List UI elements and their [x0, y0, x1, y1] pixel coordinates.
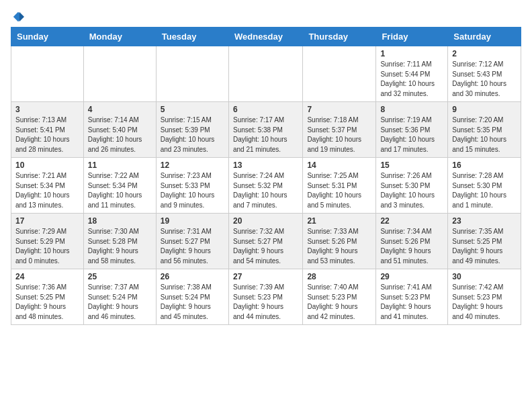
- day-number: 14: [307, 161, 371, 170]
- week-row-2: 3Sunrise: 7:13 AM Sunset: 5:41 PM Daylig…: [11, 102, 521, 158]
- svg-marker-1: [19, 12, 24, 21]
- day-number: 15: [380, 161, 443, 170]
- calendar-cell: 18Sunrise: 7:30 AM Sunset: 5:28 PM Dayli…: [83, 214, 156, 269]
- header-day-monday: Monday: [83, 28, 156, 46]
- day-number: 16: [452, 161, 517, 170]
- day-number: 18: [88, 216, 152, 226]
- day-number: 23: [452, 216, 517, 226]
- day-info: Sunrise: 7:17 AM Sunset: 5:38 PM Dayligh…: [233, 116, 298, 154]
- day-info: Sunrise: 7:41 AM Sunset: 5:23 PM Dayligh…: [380, 283, 443, 322]
- day-number: 1: [380, 49, 443, 58]
- day-number: 4: [88, 105, 152, 114]
- calendar-cell: 1Sunrise: 7:11 AM Sunset: 5:44 PM Daylig…: [376, 46, 448, 102]
- day-number: 9: [452, 105, 517, 114]
- calendar-cell: 24Sunrise: 7:36 AM Sunset: 5:25 PM Dayli…: [11, 269, 84, 325]
- week-row-1: 1Sunrise: 7:11 AM Sunset: 5:44 PM Daylig…: [11, 46, 521, 102]
- calendar-cell: 22Sunrise: 7:34 AM Sunset: 5:26 PM Dayli…: [376, 214, 448, 269]
- day-number: 7: [307, 105, 371, 114]
- header: [11, 11, 521, 21]
- calendar-cell: 20Sunrise: 7:32 AM Sunset: 5:27 PM Dayli…: [228, 214, 302, 269]
- calendar-cell: 5Sunrise: 7:15 AM Sunset: 5:39 PM Daylig…: [156, 102, 228, 158]
- day-info: Sunrise: 7:42 AM Sunset: 5:23 PM Dayligh…: [452, 283, 517, 322]
- calendar-cell: 19Sunrise: 7:31 AM Sunset: 5:27 PM Dayli…: [156, 214, 228, 269]
- day-info: Sunrise: 7:29 AM Sunset: 5:29 PM Dayligh…: [15, 227, 79, 266]
- day-info: Sunrise: 7:14 AM Sunset: 5:40 PM Dayligh…: [88, 116, 152, 154]
- day-info: Sunrise: 7:13 AM Sunset: 5:41 PM Dayligh…: [15, 116, 79, 154]
- calendar-cell: 2Sunrise: 7:12 AM Sunset: 5:43 PM Daylig…: [448, 46, 521, 102]
- day-number: 24: [15, 272, 79, 281]
- calendar-cell: 9Sunrise: 7:20 AM Sunset: 5:35 PM Daylig…: [448, 102, 521, 158]
- day-number: 8: [380, 105, 443, 114]
- day-number: 28: [307, 272, 371, 281]
- calendar-cell: 8Sunrise: 7:19 AM Sunset: 5:36 PM Daylig…: [376, 102, 448, 158]
- day-info: Sunrise: 7:19 AM Sunset: 5:36 PM Dayligh…: [380, 116, 443, 154]
- day-number: 17: [15, 216, 79, 226]
- calendar-cell: 12Sunrise: 7:23 AM Sunset: 5:33 PM Dayli…: [156, 158, 228, 214]
- day-info: Sunrise: 7:37 AM Sunset: 5:24 PM Dayligh…: [88, 283, 152, 322]
- header-day-friday: Friday: [376, 28, 448, 46]
- calendar-cell: 3Sunrise: 7:13 AM Sunset: 5:41 PM Daylig…: [11, 102, 84, 158]
- week-row-3: 10Sunrise: 7:21 AM Sunset: 5:34 PM Dayli…: [11, 158, 521, 214]
- day-info: Sunrise: 7:11 AM Sunset: 5:44 PM Dayligh…: [380, 60, 443, 99]
- calendar-cell: [303, 46, 376, 102]
- day-number: 26: [161, 272, 224, 281]
- day-info: Sunrise: 7:21 AM Sunset: 5:34 PM Dayligh…: [15, 171, 79, 210]
- day-info: Sunrise: 7:34 AM Sunset: 5:26 PM Dayligh…: [380, 227, 443, 266]
- day-info: Sunrise: 7:23 AM Sunset: 5:33 PM Dayligh…: [161, 171, 224, 210]
- calendar-header-row: SundayMondayTuesdayWednesdayThursdayFrid…: [11, 28, 521, 46]
- day-number: 2: [452, 49, 517, 58]
- calendar-cell: 30Sunrise: 7:42 AM Sunset: 5:23 PM Dayli…: [448, 269, 521, 325]
- day-info: Sunrise: 7:25 AM Sunset: 5:31 PM Dayligh…: [307, 171, 371, 210]
- day-info: Sunrise: 7:26 AM Sunset: 5:30 PM Dayligh…: [380, 171, 443, 210]
- calendar-cell: [83, 46, 156, 102]
- page: SundayMondayTuesdayWednesdayThursdayFrid…: [0, 0, 532, 411]
- calendar-cell: 25Sunrise: 7:37 AM Sunset: 5:24 PM Dayli…: [83, 269, 156, 325]
- day-number: 20: [233, 216, 298, 226]
- day-number: 19: [161, 216, 224, 226]
- calendar-cell: [228, 46, 302, 102]
- calendar-cell: 16Sunrise: 7:28 AM Sunset: 5:30 PM Dayli…: [448, 158, 521, 214]
- day-info: Sunrise: 7:18 AM Sunset: 5:37 PM Dayligh…: [307, 116, 371, 154]
- day-number: 3: [15, 105, 79, 114]
- day-info: Sunrise: 7:20 AM Sunset: 5:35 PM Dayligh…: [452, 116, 517, 154]
- day-info: Sunrise: 7:31 AM Sunset: 5:27 PM Dayligh…: [161, 227, 224, 266]
- calendar-cell: 6Sunrise: 7:17 AM Sunset: 5:38 PM Daylig…: [228, 102, 302, 158]
- week-row-4: 17Sunrise: 7:29 AM Sunset: 5:29 PM Dayli…: [11, 214, 521, 269]
- day-number: 22: [380, 216, 443, 226]
- calendar-cell: 27Sunrise: 7:39 AM Sunset: 5:23 PM Dayli…: [228, 269, 302, 325]
- calendar-cell: 15Sunrise: 7:26 AM Sunset: 5:30 PM Dayli…: [376, 158, 448, 214]
- calendar-cell: [11, 46, 84, 102]
- calendar-cell: 7Sunrise: 7:18 AM Sunset: 5:37 PM Daylig…: [303, 102, 376, 158]
- day-number: 29: [380, 272, 443, 281]
- day-info: Sunrise: 7:22 AM Sunset: 5:34 PM Dayligh…: [88, 171, 152, 210]
- day-info: Sunrise: 7:35 AM Sunset: 5:25 PM Dayligh…: [452, 227, 517, 266]
- day-info: Sunrise: 7:15 AM Sunset: 5:39 PM Dayligh…: [161, 116, 224, 154]
- day-info: Sunrise: 7:38 AM Sunset: 5:24 PM Dayligh…: [161, 283, 224, 322]
- calendar-cell: 14Sunrise: 7:25 AM Sunset: 5:31 PM Dayli…: [303, 158, 376, 214]
- day-number: 11: [88, 161, 152, 170]
- day-number: 30: [452, 272, 517, 281]
- day-info: Sunrise: 7:12 AM Sunset: 5:43 PM Dayligh…: [452, 60, 517, 99]
- day-number: 21: [307, 216, 371, 226]
- day-number: 10: [15, 161, 79, 170]
- day-info: Sunrise: 7:39 AM Sunset: 5:23 PM Dayligh…: [233, 283, 298, 322]
- day-info: Sunrise: 7:33 AM Sunset: 5:26 PM Dayligh…: [307, 227, 371, 266]
- calendar-cell: 13Sunrise: 7:24 AM Sunset: 5:32 PM Dayli…: [228, 158, 302, 214]
- day-info: Sunrise: 7:40 AM Sunset: 5:23 PM Dayligh…: [307, 283, 371, 322]
- calendar-cell: 4Sunrise: 7:14 AM Sunset: 5:40 PM Daylig…: [83, 102, 156, 158]
- header-day-sunday: Sunday: [11, 28, 84, 46]
- header-day-wednesday: Wednesday: [228, 28, 302, 46]
- day-number: 25: [88, 272, 152, 281]
- calendar-cell: [156, 46, 228, 102]
- day-number: 5: [161, 105, 224, 114]
- day-info: Sunrise: 7:24 AM Sunset: 5:32 PM Dayligh…: [233, 171, 298, 210]
- calendar-table: SundayMondayTuesdayWednesdayThursdayFrid…: [11, 27, 521, 325]
- calendar-cell: 23Sunrise: 7:35 AM Sunset: 5:25 PM Dayli…: [448, 214, 521, 269]
- day-info: Sunrise: 7:32 AM Sunset: 5:27 PM Dayligh…: [233, 227, 298, 266]
- calendar-cell: 10Sunrise: 7:21 AM Sunset: 5:34 PM Dayli…: [11, 158, 84, 214]
- day-info: Sunrise: 7:28 AM Sunset: 5:30 PM Dayligh…: [452, 171, 517, 210]
- calendar-cell: 28Sunrise: 7:40 AM Sunset: 5:23 PM Dayli…: [303, 269, 376, 325]
- calendar-cell: 29Sunrise: 7:41 AM Sunset: 5:23 PM Dayli…: [376, 269, 448, 325]
- calendar-cell: 26Sunrise: 7:38 AM Sunset: 5:24 PM Dayli…: [156, 269, 228, 325]
- day-number: 27: [233, 272, 298, 281]
